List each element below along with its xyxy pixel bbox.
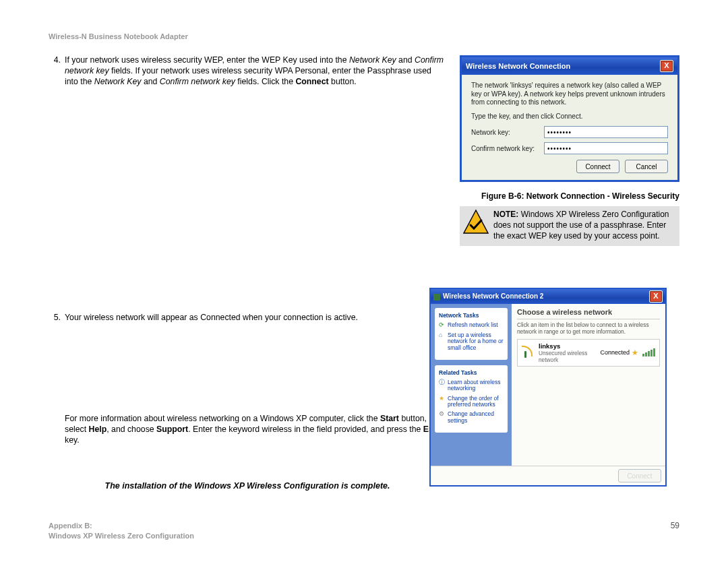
main-instruction: Click an item in the list below to conne… [517,322,660,336]
sidebar-heading-related-tasks: Related Tasks [439,369,504,376]
text: fields. Click the [235,77,296,86]
refresh-icon: ⟳ [439,322,446,329]
close-icon[interactable]: X [649,290,663,303]
task-refresh[interactable]: ⟳Refresh network list [439,322,504,329]
note-label: NOTE: [493,210,518,219]
text: . Enter the keyword wireless in the fiel… [188,425,423,434]
text: If your network uses wireless security W… [65,55,349,65]
task-change-order[interactable]: ★Change the order of preferred networks [439,396,504,408]
text: and [141,77,159,86]
task-label: Change advanced settings [448,411,504,424]
left-column: 4. If your network uses wireless securit… [49,55,460,491]
network-setup-icon: ⌂ [439,332,446,339]
dialog-text: Type the key, and then click Connect. [471,113,668,121]
text-bold: Support [156,425,188,434]
checkmark-warning-icon [462,209,489,236]
app-icon [433,294,440,301]
dialog-title: Wireless Network Connection 2 [443,292,543,300]
task-label: Refresh network list [448,322,498,328]
gear-icon: ⚙ [439,411,446,418]
network-list-item[interactable]: linksys Unsecured wireless network Conne… [517,339,660,367]
text: key. [65,435,80,445]
network-status: Connected ★ [600,348,655,357]
connect-button: Connect [618,469,661,482]
dialog-title: Wireless Network Connection [466,62,570,70]
task-advanced[interactable]: ⚙Change advanced settings [439,411,504,424]
dialog-choose-network: Wireless Network Connection 2 X Network … [429,288,667,487]
text-italic: Confirm network key [160,77,235,86]
dialog-text: The network 'linksys' requires a network… [471,82,668,107]
dialog-titlebar: Wireless Network Connection 2 X [431,289,665,304]
close-icon[interactable]: X [660,60,673,72]
info-icon: ⓘ [439,379,446,386]
page-number: 59 [671,521,679,540]
footer-section: Windows XP Wireless Zero Configuration [49,532,194,540]
text-bold: Help [89,425,107,434]
figure-caption: Figure B-6: Network Connection - Wireles… [460,191,679,201]
sidebar: Network Tasks ⟳Refresh network list ⌂Set… [431,304,512,466]
text-italic: Network Key [349,55,396,65]
running-head: Wireless-N Business Notebook Adapter [49,32,679,40]
star-icon: ★ [632,348,638,357]
task-setup-network[interactable]: ⌂Set up a wireless network for a home or… [439,332,504,351]
dialog-wireless-key: Wireless Network Connection X The networ… [460,55,679,182]
note-text: Windows XP Wireless Zero Configuration d… [493,210,669,241]
confirm-key-label: Confirm network key: [471,145,544,152]
star-icon: ★ [439,396,446,402]
svg-marker-0 [464,210,488,233]
confirm-key-input[interactable] [544,142,668,154]
task-learn[interactable]: ⓘLearn about wireless networking [439,379,504,392]
text: , and choose [107,425,156,434]
note-box: NOTE: Windows XP Wireless Zero Configura… [460,206,679,246]
main-heading: Choose a wireless network [517,308,660,316]
task-label: Set up a wireless network for a home or … [448,332,504,351]
network-key-label: Network key: [471,129,544,136]
network-key-input[interactable] [544,126,668,138]
signal-bars-icon [642,348,655,356]
text-bold: Start [380,414,399,423]
step-4: 4. If your network uses wireless securit… [49,55,446,88]
main-pane: Choose a wireless network Click an item … [512,304,665,466]
text: For more information about wireless netw… [65,414,380,423]
network-name: linksys [539,342,600,350]
step-5-text: Your wireless network will appear as Con… [65,313,358,323]
step-5: 5. Your wireless network will appear as … [49,313,446,323]
dialog-titlebar: Wireless Network Connection X [462,57,677,75]
sidebar-heading-network-tasks: Network Tasks [439,312,504,319]
status-text: Connected [600,349,630,356]
right-column: Wireless Network Connection X The networ… [460,55,679,246]
footer-appendix: Appendix B: [49,522,92,530]
wireless-signal-icon [522,346,535,359]
text-bold: Connect [295,77,328,86]
task-label: Change the order of preferred networks [448,396,504,408]
more-info: For more information about wireless netw… [49,414,446,446]
text: button. [329,77,357,86]
page-footer: Appendix B: Windows XP Wireless Zero Con… [49,521,679,540]
text: and [396,55,415,65]
step-5-num: 5. [49,313,65,323]
task-label: Learn about wireless networking [448,379,504,392]
text-italic: Network Key [94,77,142,86]
connect-button[interactable]: Connect [576,160,619,173]
step-4-num: 4. [49,55,65,88]
network-subtext: Unsecured wireless network [539,350,600,363]
install-complete: The installation of the Windows XP Wirel… [49,481,446,491]
cancel-button[interactable]: Cancel [625,160,668,173]
